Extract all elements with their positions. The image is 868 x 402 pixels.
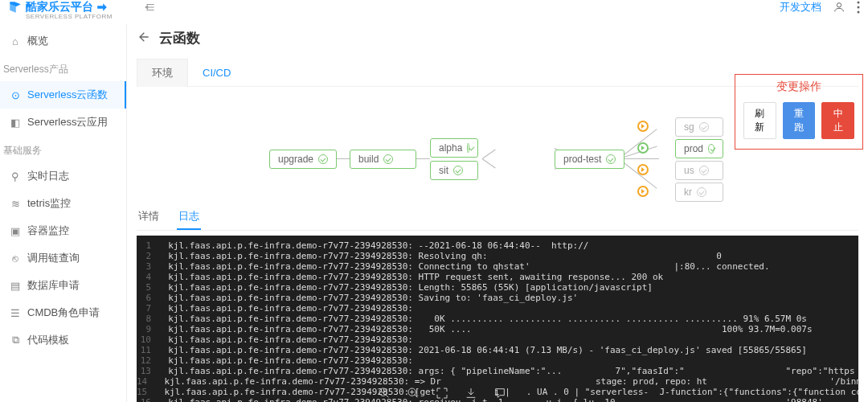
app-icon: ◧: [10, 117, 21, 128]
monitor-icon: ≋: [10, 198, 21, 209]
svg-point-0: [837, 3, 841, 7]
check-icon: [708, 144, 714, 154]
function-icon: ⊙: [10, 89, 21, 100]
sidebar-item-cmdb[interactable]: ☰CMDB角色申请: [0, 299, 126, 326]
node-label: alpha: [439, 142, 462, 154]
container-icon: ▣: [10, 225, 21, 236]
sidebar-label: 概览: [27, 34, 48, 48]
node-label: sit: [439, 165, 448, 176]
sidebar-item-realtime-log[interactable]: ⚲实时日志: [0, 162, 126, 190]
port-icon: [637, 142, 649, 154]
log-line: 5 kjl.faas.api.p.fe-infra.demo-r7v77-239…: [137, 282, 858, 293]
search-icon: ⚲: [10, 170, 21, 182]
comment-icon[interactable]: [493, 387, 506, 400]
log-line: 9 kjl.faas.api.p.fe-infra.demo-r7v77-239…: [137, 324, 858, 334]
check-icon: [467, 143, 469, 153]
node-label: us: [684, 165, 694, 176]
node-label: build: [358, 154, 379, 165]
node-label: prod-test: [563, 154, 601, 165]
node-label: sg: [684, 121, 694, 133]
more-icon[interactable]: [857, 1, 860, 14]
log-line: 8 kjl.faas.api.p.fe-infra.demo-r7v77-239…: [137, 314, 858, 324]
svg-point-1: [858, 2, 860, 4]
check-icon: [453, 166, 463, 175]
pipeline-node-alpha[interactable]: alpha: [430, 138, 478, 158]
log-toolbar: [378, 387, 506, 400]
detail-tabs: 详情 日志: [137, 204, 858, 231]
pipeline-node-sg[interactable]: sg: [675, 117, 723, 137]
port-icon: [637, 121, 649, 132]
log-line: 13 kjl.faas.api.p.fe-infra.demo-r7v77-23…: [137, 366, 858, 376]
download-icon[interactable]: [465, 387, 477, 400]
log-line: 6 kjl.faas.api.p.fe-infra.demo-r7v77-239…: [137, 293, 858, 303]
sidebar-label: 数据库申请: [27, 278, 80, 293]
sidebar-item-overview[interactable]: ⌂概览: [0, 27, 126, 55]
port-icon: [637, 164, 649, 175]
pipeline-graph: upgrade build alpha sit prod-test sg pro…: [137, 96, 858, 201]
sidebar-item-container[interactable]: ▣容器监控: [0, 217, 126, 244]
brand-logo-icon: [8, 0, 23, 14]
subtab-log[interactable]: 日志: [177, 204, 201, 230]
back-arrow-icon[interactable]: [137, 31, 149, 46]
sidebar-label: 实时日志: [27, 169, 69, 183]
svg-point-3: [858, 11, 860, 14]
zoom-out-icon[interactable]: [378, 387, 391, 400]
sidebar-label: 容器监控: [27, 224, 69, 238]
sidebar: ⌂概览 Serverless产品 ⊙Serverless云函数 ◧Serverl…: [0, 24, 127, 402]
log-viewer[interactable]: 1 kjl.faas.api.p.fe-infra.demo-r7v77-239…: [137, 236, 858, 402]
ops-title: 变更操作: [743, 80, 854, 94]
brand-arrow-icon: [96, 2, 108, 13]
sidebar-label: Serverless云应用: [27, 115, 108, 129]
pipeline-node-prod[interactable]: prod: [675, 139, 723, 158]
sidebar-label: 代码模板: [27, 333, 69, 347]
status-icon: [697, 187, 706, 197]
log-line: 4 kjl.faas.api.p.fe-infra.demo-r7v77-239…: [137, 272, 858, 282]
pipeline-node-prodtest[interactable]: prod-test: [555, 150, 624, 169]
user-icon[interactable]: [833, 1, 845, 14]
dev-docs-link[interactable]: 开发文档: [780, 0, 821, 14]
brand-subtitle: SERVERLESS PLATFORM: [26, 13, 113, 20]
status-icon: [699, 166, 709, 175]
log-line: 3 kjl.faas.api.p.fe-infra.demo-r7v77-239…: [137, 261, 858, 272]
sidebar-item-cloudapp[interactable]: ◧Serverless云应用: [0, 109, 126, 136]
log-line: 7 kjl.faas.api.p.fe-infra.demo-r7v77-239…: [137, 303, 858, 314]
fullscreen-icon[interactable]: [436, 387, 448, 400]
pipeline-node-kr[interactable]: kr: [675, 183, 723, 202]
home-icon: ⌂: [10, 35, 21, 47]
pipeline-node-sit[interactable]: sit: [430, 161, 478, 180]
sidebar-item-tetris[interactable]: ≋tetris监控: [0, 190, 126, 217]
pipeline-node-upgrade[interactable]: upgrade: [269, 150, 337, 169]
sidebar-label: tetris监控: [27, 196, 71, 211]
tab-cicd[interactable]: CI/CD: [188, 60, 245, 85]
code-icon: ⧉: [10, 334, 21, 346]
sidebar-label: Serverless云函数: [27, 88, 108, 102]
pipeline-node-build[interactable]: build: [350, 150, 416, 169]
log-line: 12 kjl.faas.api.p.fe-infra.demo-r7v77-23…: [137, 355, 858, 366]
svg-point-2: [858, 6, 860, 9]
tab-env[interactable]: 环境: [137, 59, 188, 87]
sidebar-item-cloudfn[interactable]: ⊙Serverless云函数: [0, 81, 126, 109]
sidebar-group-serverless: Serverless产品: [0, 55, 126, 81]
sidebar-label: CMDB角色申请: [27, 306, 100, 320]
pipeline-node-us[interactable]: us: [675, 161, 723, 180]
sidebar-item-db[interactable]: ▤数据库申请: [0, 272, 126, 299]
link-icon: ⎋: [10, 252, 21, 264]
log-line: 14 kjl.faas.api.p.fe-infra.demo-r7v77-23…: [137, 376, 858, 387]
database-icon: ▤: [10, 280, 21, 291]
check-icon: [318, 154, 328, 164]
log-line: 1 kjl.faas.api.p.fe-infra.demo-r7v77-239…: [137, 240, 858, 251]
node-label: prod: [684, 143, 703, 154]
port-icon: [637, 186, 649, 197]
sidebar-item-code-template[interactable]: ⧉代码模板: [0, 326, 126, 354]
sidebar-item-trace[interactable]: ⎋调用链查询: [0, 244, 126, 272]
node-label: kr: [684, 187, 692, 198]
zoom-in-icon[interactable]: [407, 387, 420, 400]
node-label: upgrade: [278, 154, 313, 165]
check-icon: [383, 154, 393, 164]
sidebar-collapse-icon[interactable]: [145, 2, 156, 15]
sidebar-label: 调用链查询: [27, 251, 80, 265]
sidebar-group-basic: 基础服务: [0, 136, 126, 162]
subtab-detail[interactable]: 详情: [137, 204, 161, 230]
role-icon: ☰: [10, 307, 21, 318]
log-line: 2 kjl.faas.api.p.fe-infra.demo-r7v77-239…: [137, 251, 858, 261]
